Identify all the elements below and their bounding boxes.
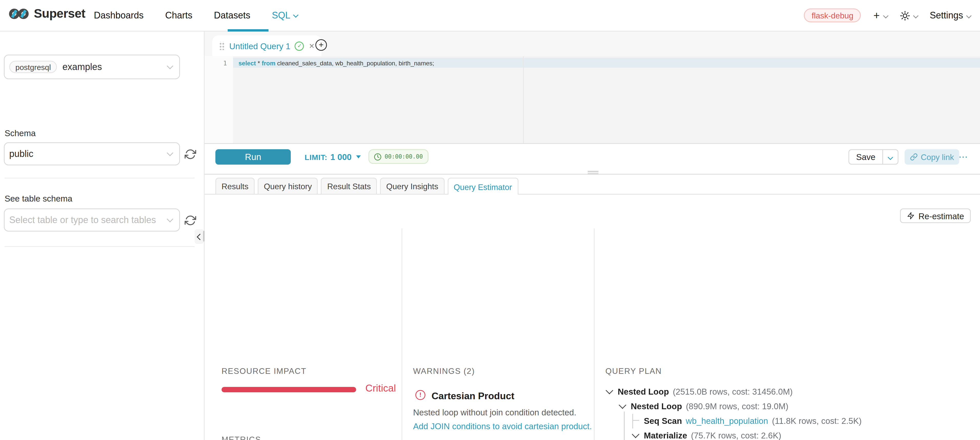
copy-link-button[interactable]: Copy link <box>905 149 959 165</box>
query-tab-title: Untitled Query 1 <box>229 41 290 51</box>
plan-op: Nested Loop <box>618 387 669 396</box>
print-margin <box>523 56 524 143</box>
resource-impact-title: RESOURCE IMPACT <box>221 366 306 375</box>
limit-value: 1 000 <box>331 152 352 162</box>
plus-icon: + <box>873 10 880 21</box>
plan-table-link[interactable]: wb_health_population <box>686 416 768 425</box>
add-query-tab-button[interactable]: + <box>315 39 327 51</box>
settings-label: Settings <box>930 10 963 21</box>
resource-impact-level: Critical <box>365 382 396 394</box>
tab-results[interactable]: Results <box>215 178 255 194</box>
tree-caret-icon[interactable] <box>632 428 644 440</box>
tab-query-insights[interactable]: Query Insights <box>380 178 444 194</box>
tab-query-history[interactable]: Query history <box>258 178 318 194</box>
sidebar: Database postgresql examples Schema publ… <box>0 32 205 440</box>
saved-check-icon: ✓ <box>295 41 304 51</box>
save-button[interactable]: Save <box>849 150 882 164</box>
nav-datasets[interactable]: Datasets <box>214 10 250 21</box>
settings-menu[interactable]: Settings <box>930 10 971 21</box>
brand-home-link[interactable]: Superset <box>8 7 85 21</box>
run-button[interactable]: Run <box>215 149 291 165</box>
schema-label: Schema <box>5 129 36 138</box>
sql-text: cleaned_sales_data, wb_health_population… <box>275 60 434 67</box>
results-tab-strip: Results Query history Result Stats Query… <box>205 178 980 195</box>
tree-guide-line <box>624 411 625 440</box>
save-split-button[interactable]: Save <box>848 149 899 165</box>
refresh-schemas-icon[interactable] <box>185 148 196 160</box>
chevron-down-icon <box>167 63 173 69</box>
save-options-button[interactable] <box>882 150 898 164</box>
table-select[interactable]: Select table or type to search tables <box>4 208 180 232</box>
warning-icon: ! <box>415 390 425 400</box>
plan-op: Seq Scan <box>644 416 682 425</box>
warning-action-link[interactable]: Add JOIN conditions to avoid cartesian p… <box>413 421 592 431</box>
close-tab-icon[interactable]: ✕ <box>309 42 315 50</box>
tab-query-estimator[interactable]: Query Estimator <box>447 178 518 195</box>
chevron-down-icon <box>167 216 173 222</box>
query-plan-title: QUERY PLAN <box>605 366 662 375</box>
plan-meta: (11.8K rows, cost: 2.5K) <box>772 416 862 425</box>
warning-title: Cartesian Product <box>431 391 514 402</box>
column-divider <box>401 229 402 440</box>
tree-caret-icon[interactable] <box>619 399 631 413</box>
line-number: 1 <box>205 60 227 67</box>
query-timer: 00:00:00.00 <box>369 149 428 164</box>
sql-code-editor[interactable]: 1 select * from cleaned_sales_data, wb_h… <box>205 56 980 143</box>
nav-dashboards[interactable]: Dashboards <box>94 10 143 21</box>
active-nav-indicator <box>228 29 269 32</box>
pane-resize-handle[interactable] <box>588 171 598 176</box>
more-actions-button[interactable]: ⋯ <box>954 149 972 165</box>
database-value: examples <box>62 62 102 72</box>
chevron-down-icon <box>913 13 918 18</box>
plan-op: Materialize <box>644 430 687 440</box>
add-new-menu[interactable]: + <box>873 10 888 21</box>
metrics-title: METRICS <box>221 435 261 440</box>
reestimate-button[interactable]: Re-estimate <box>900 208 971 223</box>
sql-keyword: from <box>262 60 275 67</box>
collapse-sidebar-button[interactable] <box>195 229 204 244</box>
schema-select[interactable]: public <box>4 142 180 165</box>
caret-down-icon <box>356 156 361 159</box>
editor-gutter <box>205 56 233 143</box>
theme-menu[interactable] <box>900 11 918 21</box>
database-select[interactable]: postgresql examples <box>4 55 180 79</box>
clock-icon <box>374 153 382 160</box>
scrollbar-thumb[interactable] <box>203 231 205 241</box>
tree-caret-icon[interactable] <box>605 384 618 398</box>
column-divider <box>594 229 595 440</box>
drag-handle-icon[interactable] <box>219 41 224 50</box>
tree-guide-line <box>632 414 633 429</box>
plan-meta: (890.9M rows, cost: 19.0M) <box>686 401 789 410</box>
query-tab[interactable]: Untitled Query 1 ✓ ✕ <box>212 35 321 56</box>
tab-result-stats[interactable]: Result Stats <box>321 178 377 194</box>
chevron-down-icon <box>883 13 888 18</box>
reestimate-label: Re-estimate <box>918 211 964 221</box>
sql-editor-panel: Untitled Query 1 ✓ ✕ + 1 select * from c… <box>205 32 980 440</box>
sun-icon <box>900 11 910 21</box>
warnings-title: WARNINGS (2) <box>413 366 475 375</box>
superset-sql-lab: Superset Dashboards Charts Datasets SQL … <box>0 0 980 440</box>
plan-meta: (2515.0B rows, cost: 31456.0M) <box>673 387 793 396</box>
plan-meta: (75.7K rows, cost: 2.6K) <box>691 430 781 440</box>
refresh-tables-icon[interactable] <box>185 214 196 226</box>
query-estimator-pane: Re-estimate RESOURCE IMPACT Critical MET… <box>205 195 980 440</box>
chevron-down-icon <box>966 13 972 18</box>
plan-op: Nested Loop <box>631 401 682 410</box>
nav-charts[interactable]: Charts <box>165 10 192 21</box>
limit-dropdown[interactable]: LIMIT: 1 000 <box>305 152 361 162</box>
sql-code-line[interactable]: select * from cleaned_sales_data, wb_hea… <box>239 60 434 67</box>
sidebar-divider <box>5 178 195 178</box>
schema-value: public <box>9 148 33 159</box>
sql-text: * <box>256 60 262 67</box>
brand-name: Superset <box>34 7 85 21</box>
nav-sql[interactable]: SQL <box>272 10 298 21</box>
query-plan-tree: Nested Loop(2515.0B rows, cost: 31456.0M… <box>605 384 976 440</box>
zap-icon <box>907 211 915 220</box>
tree-branch-tee <box>632 420 639 421</box>
resource-impact-bar <box>221 387 356 392</box>
table-select-placeholder: Select table or type to search tables <box>9 214 156 226</box>
navbar-right: flask-debug + Settings <box>804 0 971 31</box>
environment-badge: flask-debug <box>804 8 861 22</box>
copy-link-label: Copy link <box>921 152 954 162</box>
navbar: Superset Dashboards Charts Datasets SQL … <box>0 0 980 32</box>
